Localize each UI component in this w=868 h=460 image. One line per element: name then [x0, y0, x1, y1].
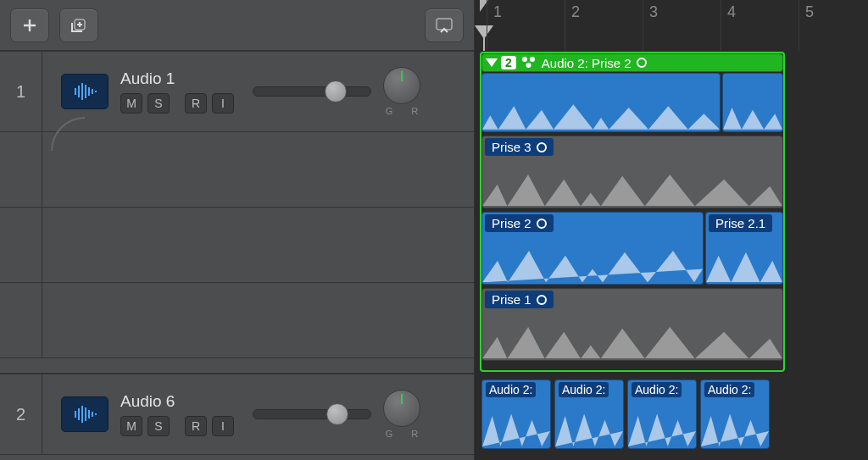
take-folder-title: Audio 2: Prise 2: [542, 56, 632, 70]
pan-knob[interactable]: [383, 390, 420, 427]
record-enable-button[interactable]: R: [185, 416, 207, 436]
bar-number: 1: [493, 3, 502, 21]
take-lane-slot: [0, 208, 474, 283]
audio-track-icon: [61, 396, 108, 432]
comp-icon: [521, 56, 537, 70]
take-region-split[interactable]: Prise 2.1: [705, 212, 783, 285]
region-label: Audio 2:: [486, 382, 536, 397]
bar-number: 5: [805, 3, 814, 21]
take-label: Prise 2: [485, 214, 554, 232]
solo-button[interactable]: S: [147, 93, 170, 114]
take-lane-slot: [0, 283, 474, 358]
take-label: Prise 1: [485, 291, 554, 308]
take-region[interactable]: Prise 2: [481, 212, 704, 285]
take-region[interactable]: Prise 1: [481, 288, 783, 361]
region-label: Audio 2:: [632, 382, 682, 397]
volume-slider[interactable]: [253, 409, 371, 419]
svg-point-20: [530, 57, 535, 62]
pan-knob[interactable]: [383, 67, 420, 104]
comp-region-split[interactable]: [722, 73, 783, 132]
take-folder-header[interactable]: 2 Audio 2: Prise 2: [481, 53, 783, 72]
take-lane-slot: [0, 132, 474, 208]
track-number: 1: [0, 52, 42, 131]
svg-point-19: [522, 57, 527, 62]
mute-button[interactable]: M: [120, 416, 142, 436]
timeline-ruler[interactable]: 1 2 3 4 5: [475, 0, 868, 51]
svg-point-21: [526, 63, 531, 68]
take-selection-indicator-icon: [637, 58, 647, 68]
add-track-button[interactable]: [10, 8, 49, 42]
input-monitor-button[interactable]: I: [212, 416, 234, 436]
audio-region[interactable]: Audio 2:: [627, 380, 697, 449]
region-label: Audio 2:: [704, 382, 754, 397]
disclosure-triangle-icon[interactable]: [486, 58, 498, 67]
record-enable-button[interactable]: R: [185, 93, 207, 114]
track-name: Audio 1: [120, 69, 234, 88]
comp-region[interactable]: [481, 73, 721, 132]
bar-number: 2: [571, 3, 580, 21]
playhead[interactable]: [475, 25, 493, 54]
knob-left-label: G: [386, 106, 393, 116]
knob-right-label: R: [411, 429, 418, 439]
track-name: Audio 6: [120, 392, 234, 411]
list-dropdown-button[interactable]: [425, 8, 464, 42]
svg-rect-2: [483, 37, 485, 51]
solo-button[interactable]: S: [147, 416, 170, 436]
knob-left-label: G: [386, 429, 393, 439]
bar-number: 4: [727, 3, 736, 21]
take-label: Prise 2.1: [709, 214, 772, 232]
duplicate-track-button[interactable]: [59, 8, 98, 42]
bar-number: 3: [649, 3, 658, 21]
volume-slider[interactable]: [253, 86, 371, 97]
take-number-badge: 2: [501, 56, 516, 69]
audio-region[interactable]: Audio 2:: [700, 380, 770, 449]
take-label: Prise 3: [485, 138, 554, 156]
track-header[interactable]: 2 Audio 6 M S R I: [0, 374, 474, 455]
region-label: Audio 2:: [559, 382, 609, 397]
track-number: 2: [0, 374, 42, 454]
knob-right-label: R: [411, 106, 418, 116]
audio-region[interactable]: Audio 2:: [554, 380, 624, 449]
cycle-start-flag[interactable]: [480, 0, 492, 19]
input-monitor-button[interactable]: I: [212, 93, 234, 114]
audio-region[interactable]: Audio 2:: [481, 380, 551, 449]
mute-button[interactable]: M: [120, 93, 142, 114]
take-region[interactable]: Prise 3: [481, 136, 783, 208]
audio-track-icon: [61, 74, 108, 109]
